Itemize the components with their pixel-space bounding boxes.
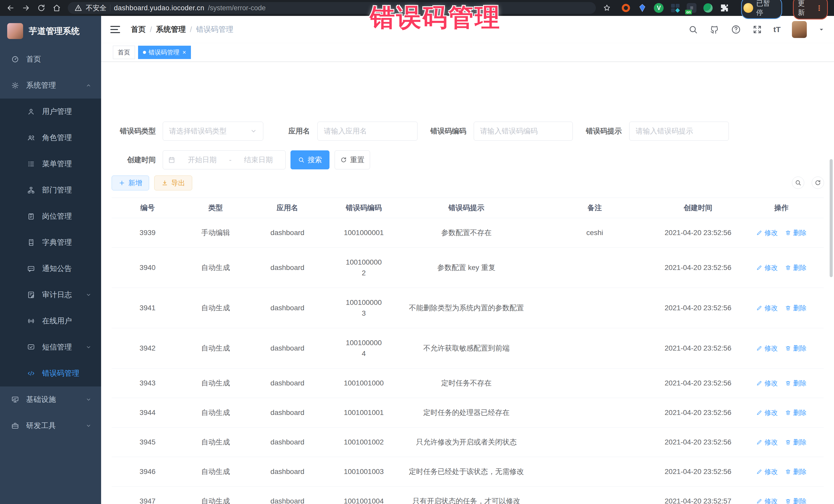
grammarly-icon[interactable] <box>703 3 714 13</box>
sidebar-item-dict-management[interactable]: 字典管理 <box>0 229 101 256</box>
caret-down-icon[interactable] <box>818 26 825 33</box>
error-code-input[interactable] <box>474 122 573 140</box>
table-row[interactable]: 3944自动生成dashboard1001001001定时任务的处理器已经存在2… <box>112 398 824 428</box>
search-button[interactable]: 搜索 <box>290 150 329 169</box>
edit-link[interactable]: 修改 <box>756 466 778 477</box>
table-row[interactable]: 3945自动生成dashboard1001001002只允许修改为开启或者关闭状… <box>112 428 824 457</box>
delete-link[interactable]: 删除 <box>785 227 807 238</box>
adblock-icon[interactable]: ≡on <box>686 3 697 13</box>
error-code-value: 1001001004 <box>344 496 384 504</box>
fullscreen-icon[interactable] <box>752 25 762 35</box>
chevron-down-icon <box>86 292 91 298</box>
font-size-icon[interactable]: tT <box>773 25 781 34</box>
home-icon[interactable] <box>52 4 61 12</box>
edit-link[interactable]: 修改 <box>756 407 778 418</box>
delete-link[interactable]: 删除 <box>785 466 807 477</box>
app-name-input[interactable] <box>317 122 418 140</box>
table-row[interactable]: 3939手动编辑dashboard1001000001参数配置不存在ceshi2… <box>112 218 824 248</box>
date-range-picker[interactable]: 开始日期 - 结束日期 <box>163 150 286 169</box>
help-icon[interactable] <box>731 24 741 35</box>
sidebar-item-menu-management[interactable]: 菜单管理 <box>0 151 101 177</box>
sidebar-item-sms-management[interactable]: 短信管理 <box>0 334 101 360</box>
search-icon[interactable] <box>688 25 698 35</box>
delete-link[interactable]: 删除 <box>785 437 807 447</box>
delete-link[interactable]: 删除 <box>785 407 807 418</box>
reset-button[interactable]: 重置 <box>335 150 370 169</box>
bookmark-star-icon[interactable] <box>602 4 611 12</box>
sidebar-item-role-management[interactable]: 角色管理 <box>0 125 101 151</box>
sidebar-item-online-users[interactable]: 在线用户 <box>0 308 101 334</box>
cell-id: 3939 <box>112 218 183 247</box>
sidebar-item-system-management[interactable]: 系统管理 <box>0 72 101 98</box>
cell-id: 3946 <box>112 457 183 486</box>
table-row[interactable]: 3947自动生成dashboard1001001004只有开启状态的任务，才可以… <box>112 486 824 504</box>
sidebar-item-user-management[interactable]: 用户管理 <box>0 98 101 125</box>
edit-link[interactable]: 修改 <box>756 303 778 313</box>
grid-icon[interactable] <box>670 3 681 13</box>
sidebar-item-audit-log[interactable]: 审计日志 <box>0 282 101 308</box>
delete-link[interactable]: 删除 <box>785 378 807 389</box>
audit-icon <box>27 291 35 299</box>
delete-link[interactable]: 删除 <box>785 262 807 273</box>
chevron-down-icon <box>86 397 91 402</box>
cell-actions: 修改删除 <box>739 218 824 247</box>
table-row[interactable]: 3946自动生成dashboard1001001003定时任务已经处于该状态，无… <box>112 457 824 486</box>
page-body: 错误码类型 请选择错误码类型 应用名 错误码编码 错误码提示 创建时间 开始日期… <box>101 62 834 504</box>
export-button[interactable]: 导出 <box>154 176 192 191</box>
user-icon <box>27 108 35 115</box>
cell-id: 3943 <box>112 369 183 398</box>
edit-link[interactable]: 修改 <box>756 262 778 273</box>
add-button[interactable]: 新增 <box>112 176 149 191</box>
edit-link[interactable]: 修改 <box>756 437 778 447</box>
edit-link[interactable]: 修改 <box>756 378 778 389</box>
breadcrumb-home[interactable]: 首页 <box>131 24 146 35</box>
table-row[interactable]: 3943自动生成dashboard1001001000定时任务不存在2021-0… <box>112 369 824 398</box>
edit-link[interactable]: 修改 <box>756 343 778 354</box>
edit-link[interactable]: 修改 <box>756 227 778 238</box>
vue-devtools-icon[interactable]: V <box>653 3 664 13</box>
sidebar-item-infrastructure[interactable]: 基础设施 <box>0 387 101 413</box>
gem-icon[interactable] <box>637 3 648 13</box>
browser-update-button[interactable]: 更新 ⋮ <box>793 0 828 20</box>
sidebar-item-home[interactable]: 首页 <box>0 46 101 72</box>
user-avatar[interactable] <box>792 21 807 38</box>
delete-link[interactable]: 删除 <box>785 303 807 313</box>
menu-dots-icon[interactable]: ⋮ <box>815 4 823 12</box>
puzzle-icon[interactable] <box>719 3 730 13</box>
delete-link[interactable]: 删除 <box>785 496 807 504</box>
tab-home[interactable]: 首页 <box>113 46 135 59</box>
back-icon[interactable] <box>6 4 15 12</box>
hamburger-icon[interactable] <box>110 26 120 33</box>
security-warning-icon[interactable] <box>74 4 82 12</box>
close-icon[interactable]: × <box>182 49 186 56</box>
ubuntu-icon[interactable] <box>620 3 631 13</box>
delete-link[interactable]: 删除 <box>785 343 807 354</box>
show-search-toggle-button[interactable] <box>792 177 804 189</box>
github-icon[interactable] <box>709 24 720 35</box>
forward-icon[interactable] <box>22 4 30 12</box>
address-bar[interactable]: 不安全 dashboard.yudao.iocoder.cn/system/er… <box>68 2 596 14</box>
edit-link[interactable]: 修改 <box>756 496 778 504</box>
sidebar-item-dept-management[interactable]: 部门管理 <box>0 177 101 203</box>
breadcrumb-system[interactable]: 系统管理 <box>156 24 186 35</box>
reload-icon[interactable] <box>37 4 46 12</box>
sidebar-item-post-management[interactable]: 岗位管理 <box>0 203 101 229</box>
table-row[interactable]: 3942自动生成dashboard1001000004不允许获取敏感配置到前端2… <box>112 328 824 369</box>
cell-actions: 修改删除 <box>739 369 824 398</box>
tab-error-code[interactable]: 错误码管理 × <box>138 46 191 59</box>
app-logo[interactable]: 芋道管理系统 <box>0 16 101 46</box>
sidebar-item-notice-announcement[interactable]: 通知公告 <box>0 256 101 282</box>
error-type-select[interactable]: 请选择错误码类型 <box>163 122 263 140</box>
table-row[interactable]: 3940自动生成dashboard1001000002参数配置 key 重复20… <box>112 248 824 288</box>
sidebar-item-error-code-management[interactable]: 错误码管理 <box>0 360 101 387</box>
browser-profile-button[interactable]: 已暂停 <box>741 0 782 19</box>
sidebar-item-dev-tools[interactable]: 研发工具 <box>0 413 101 439</box>
error-msg-input[interactable] <box>629 122 729 140</box>
refresh-table-button[interactable] <box>812 177 824 189</box>
cell-code: 1001001003 <box>327 457 400 486</box>
table-row[interactable]: 3941自动生成dashboard1001000003不能删除类型为系统内置的参… <box>112 288 824 328</box>
cell-actions: 修改删除 <box>739 486 824 504</box>
page-scrollbar[interactable] <box>830 159 833 277</box>
cell-remark <box>532 428 657 457</box>
dashboard-icon <box>11 56 19 63</box>
